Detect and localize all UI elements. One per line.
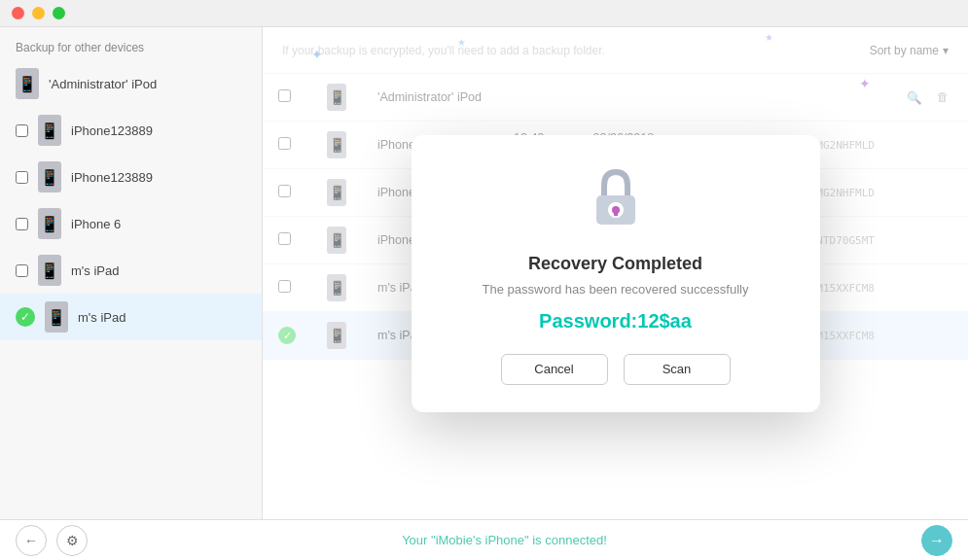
recovery-modal: Recovery Completed The password has been…: [412, 135, 820, 412]
sidebar-checkbox[interactable]: [16, 264, 28, 277]
device-icon: 📱: [38, 161, 61, 192]
sidebar: Backup for other devices 📱 'Administrato…: [0, 27, 263, 519]
sidebar-item-label: iPhone123889: [71, 123, 246, 138]
sidebar-item-label: m's iPad: [71, 263, 246, 278]
modal-buttons: Cancel Scan: [450, 354, 781, 385]
sidebar-item-label: iPhone 6: [71, 217, 246, 231]
status-text: Your "iMobie's iPhone" is connected!: [402, 533, 607, 547]
modal-subtitle: The password has been recovered successf…: [450, 282, 781, 297]
sidebar-item-iphone1[interactable]: 📱 iPhone123889: [0, 107, 262, 154]
minimize-button[interactable]: [32, 7, 45, 19]
sidebar-item-mipad1[interactable]: 📱 m's iPad: [0, 247, 262, 294]
back-button[interactable]: ←: [16, 525, 47, 556]
device-icon: 📱: [38, 255, 61, 286]
svg-rect-3: [614, 210, 618, 216]
sidebar-checkbox[interactable]: [16, 218, 28, 230]
sidebar-checkbox[interactable]: [16, 171, 28, 184]
bottom-bar: ← ⚙ Your "iMobie's iPhone" is connected!…: [0, 519, 968, 560]
lock-icon: [450, 164, 781, 238]
modal-title: Recovery Completed: [450, 254, 781, 274]
device-icon: 📱: [38, 115, 61, 146]
deco-star: ✦: [859, 76, 871, 91]
cancel-button[interactable]: Cancel: [501, 354, 608, 385]
maximize-button[interactable]: [53, 7, 65, 19]
sidebar-item-iphone6[interactable]: 📱 iPhone 6: [0, 200, 262, 247]
deco-star: ★: [457, 37, 466, 48]
scan-button[interactable]: Scan: [624, 354, 731, 385]
sidebar-header: Backup for other devices: [0, 35, 262, 60]
deco-star: ★: [765, 32, 773, 43]
title-bar: [0, 0, 968, 27]
sidebar-item-admin-ipod[interactable]: 📱 'Administrator' iPod: [0, 60, 262, 107]
device-icon: 📱: [45, 301, 68, 332]
sidebar-checkbox[interactable]: [16, 124, 28, 137]
sidebar-item-label: m's iPad: [78, 310, 246, 325]
close-button[interactable]: [12, 7, 24, 19]
selected-check-icon: ✓: [16, 307, 35, 327]
deco-star: ✦: [311, 47, 323, 62]
sidebar-item-iphone2[interactable]: 📱 iPhone123889: [0, 154, 262, 200]
content-area: If your backup is encrypted, you'll need…: [263, 27, 968, 519]
sidebar-item-label: iPhone123889: [71, 170, 246, 185]
device-icon: 📱: [16, 68, 39, 99]
sidebar-item-label: 'Administrator' iPod: [49, 77, 246, 91]
settings-button[interactable]: ⚙: [56, 525, 88, 556]
sidebar-item-mipad2[interactable]: ✓ 📱 m's iPad: [0, 294, 262, 340]
next-button[interactable]: →: [921, 525, 952, 556]
main-area: Backup for other devices 📱 'Administrato…: [0, 27, 968, 519]
device-icon: 📱: [38, 208, 61, 239]
modal-overlay: ✦ ✦ ★ ★: [263, 27, 968, 519]
modal-password: Password:12$aa: [450, 310, 781, 332]
